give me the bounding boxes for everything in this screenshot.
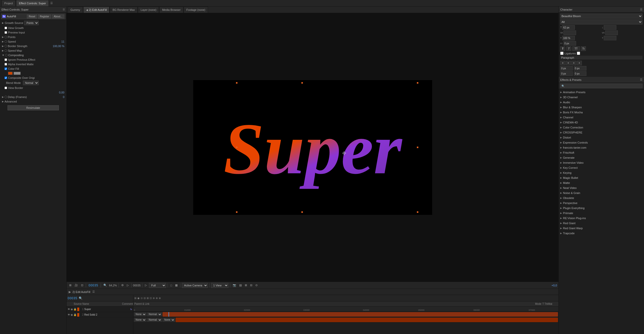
indent-left-input[interactable]	[560, 66, 573, 71]
effect-cat-generate[interactable]: ▶ Generate	[559, 155, 644, 160]
effect-cat-cinema4d[interactable]: ▶ CINEMA 4D	[559, 120, 644, 125]
effect-cat-re-vision[interactable]: ▶ RE:Vision Plug-ins	[559, 216, 644, 221]
effect-cat-blur-sharpen[interactable]: ▶ Blur & Sharpen	[559, 105, 644, 110]
layer-2-lock[interactable]: 🔒	[73, 313, 76, 316]
border-strength-triangle[interactable]: ▶	[2, 45, 4, 47]
panel-menu-icon[interactable]: ☰	[63, 8, 65, 11]
effect-cat-key-correct[interactable]: ▶ Key Correct	[559, 165, 644, 170]
tab-gummy[interactable]: Gummy	[68, 7, 83, 13]
handle-bl[interactable]	[236, 211, 237, 213]
vt-zoom-btn[interactable]: 🔍	[102, 283, 108, 288]
vt-render-btn[interactable]: ⊙	[254, 283, 259, 288]
justify-btn[interactable]: ≡	[577, 61, 582, 65]
track-btn6[interactable]: ⊡	[150, 297, 152, 299]
points-group[interactable]: ▶ Points	[1, 35, 65, 39]
effects-panel-menu[interactable]: ☰	[640, 78, 642, 81]
blend-mode-select[interactable]: Normal	[23, 81, 39, 85]
char-panel-menu[interactable]: ☰	[640, 8, 642, 11]
handle-tr[interactable]	[417, 82, 418, 84]
vt-grid-btn[interactable]: ⊡	[80, 283, 84, 288]
effect-cat-animation-presets[interactable]: ▶ Animation Presets	[559, 90, 644, 95]
vt-expand-btn[interactable]: ⊞	[68, 283, 72, 288]
growth-source-select[interactable]: Points	[24, 21, 39, 25]
compositing-triangle[interactable]: ▼	[2, 54, 4, 56]
baseline-input[interactable]	[564, 41, 576, 46]
timeline-timecode[interactable]: 00035	[68, 296, 77, 300]
effect-cat-color-correction[interactable]: ▶ Color Correction	[559, 125, 644, 130]
caps-btn[interactable]: TT	[572, 46, 580, 51]
effect-cat-boris-fx[interactable]: ▶ Boris FX Mocha	[559, 110, 644, 115]
effects-search-input[interactable]	[560, 84, 642, 88]
vt-snapshot-btn[interactable]: 📷	[232, 283, 237, 288]
effect-cat-francois[interactable]: ▶ francois-tanier.com	[559, 145, 644, 150]
vt-settings-btn[interactable]: ⚙	[120, 283, 125, 288]
effect-cat-neat-video[interactable]: ▶ Neat Video	[559, 185, 644, 190]
layer-1-eye[interactable]: 👁	[68, 308, 70, 311]
effect-cat-magic-bullet[interactable]: ▶ Magic Bullet	[559, 175, 644, 180]
scale-h-input[interactable]	[562, 36, 575, 40]
quality-select[interactable]: Full Half Third Quarter	[149, 283, 166, 288]
timeline-menu-icon[interactable]: ☰	[92, 290, 95, 293]
speed-map-triangle[interactable]: ▶	[2, 49, 4, 52]
timeline-search-btn[interactable]: 🔍	[78, 296, 83, 300]
align-center-btn[interactable]: ≡	[566, 61, 571, 65]
camera-select[interactable]: Active Camera	[182, 283, 208, 288]
growth-source-triangle[interactable]: ▶	[2, 22, 4, 24]
vt-toggle2-btn[interactable]: ▦	[174, 283, 179, 288]
tab-bg-renderer[interactable]: BG Renderer Max	[110, 7, 138, 13]
advanced-group[interactable]: ▶ Advanced	[1, 99, 65, 104]
font-select[interactable]: Beautiful Bloom	[560, 14, 642, 19]
leading-input[interactable]	[604, 25, 616, 30]
align-left-btn[interactable]: ≡	[560, 61, 565, 65]
effect-cat-red-giant[interactable]: ▶ Red Giant	[559, 221, 644, 226]
view-count-select[interactable]: 1 View 2 Views 4 Views	[211, 283, 228, 288]
ligatures2-checkbox[interactable]	[577, 52, 580, 55]
vt-grid2-btn[interactable]: ⊞	[244, 283, 248, 288]
space-after-input[interactable]	[574, 71, 586, 76]
effect-cat-distort[interactable]: ▶ Distort	[559, 135, 644, 140]
viewer-timecode[interactable]: 00035	[88, 284, 99, 287]
tracking-input[interactable]	[605, 30, 618, 35]
vt-toggle1-btn[interactable]: □	[169, 283, 173, 288]
effect-cat-3d-channel[interactable]: ▶ 3D Channel	[559, 95, 644, 100]
layer-1-clip[interactable]	[163, 312, 558, 317]
indent-right-input[interactable]	[574, 66, 586, 71]
reset-button[interactable]: Reset	[27, 15, 37, 18]
speed-triangle[interactable]: ▶	[2, 40, 4, 43]
effect-cat-matte[interactable]: ▶ Matte	[559, 180, 644, 185]
vt-safe-btn[interactable]: ⊟	[249, 283, 253, 288]
layer-1-parent[interactable]: None	[134, 312, 146, 316]
layer-1-lock[interactable]: 🔒	[73, 308, 76, 311]
bold-btn[interactable]: T	[560, 46, 565, 51]
view-border-checkbox[interactable]	[5, 87, 7, 89]
layer-2-eye[interactable]: 👁	[68, 313, 70, 316]
points-triangle[interactable]: ▶	[2, 36, 4, 38]
effect-cat-red-giant-warp[interactable]: ▶ Red Giant Warp	[559, 226, 644, 231]
track-btn5[interactable]: ⊞	[147, 297, 149, 299]
layer-2-trkmat[interactable]: None	[163, 318, 175, 322]
effect-cat-channel[interactable]: ▶ Channel	[559, 115, 644, 120]
layer-1-mode[interactable]: Normal	[147, 312, 162, 316]
track-btn9[interactable]: ⊗	[159, 297, 161, 299]
color-fill-checkbox[interactable]	[5, 68, 7, 70]
tab-footage[interactable]: Footage (none)	[184, 7, 208, 13]
effect-cat-keying[interactable]: ▶ Keying	[559, 170, 644, 175]
about-button[interactable]: About...	[52, 15, 64, 18]
layer-1-name[interactable]: Super	[84, 308, 129, 311]
tab-media-browser[interactable]: Media Browser	[159, 7, 183, 13]
layer-2-clip[interactable]	[176, 318, 558, 322]
vt-quality-btn[interactable]: ▷	[144, 283, 148, 288]
layer-2-solo[interactable]: ◉	[71, 313, 73, 316]
composite-over-orig-checkbox[interactable]	[5, 77, 7, 79]
effect-cat-immersive-video[interactable]: ▶ Immersive Video	[559, 160, 644, 165]
layer-1-solo[interactable]: ◉	[71, 308, 73, 311]
effect-cat-noise-grain[interactable]: ▶ Noise & Grain	[559, 190, 644, 195]
delay-triangle[interactable]: ▶	[2, 96, 4, 98]
track-btn1[interactable]: ⊞	[134, 297, 136, 299]
advanced-triangle[interactable]: ▶	[2, 100, 4, 103]
effect-cat-priimate[interactable]: ▶ Priimate	[559, 211, 644, 216]
vt-play-btn[interactable]: ▷	[126, 283, 130, 288]
kerning-input[interactable]	[564, 30, 576, 35]
compositing-group[interactable]: ▼ Compositing	[1, 53, 65, 57]
effect-cat-crossphere[interactable]: ▶ CROSSPHERE	[559, 130, 644, 135]
